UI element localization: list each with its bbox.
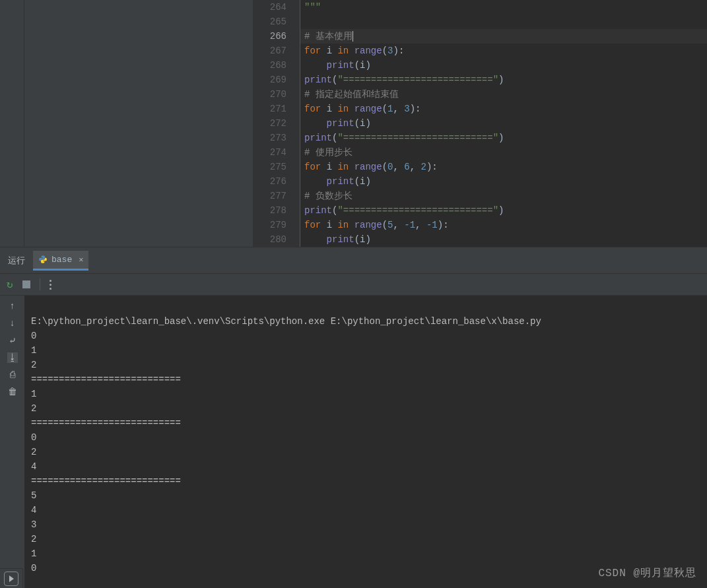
console-line: 2 — [31, 360, 36, 370]
code-string: "===========================" — [337, 133, 498, 143]
code-keyword: for — [304, 104, 321, 114]
line-number[interactable]: 268 — [253, 58, 286, 73]
console-line: 1 — [31, 548, 36, 559]
code-keyword: for — [304, 220, 321, 230]
run-toolbar: ↻ — [0, 273, 707, 296]
console-line: 0 — [31, 432, 36, 443]
line-number[interactable]: 271 — [253, 102, 286, 116]
bottom-left-bar — [0, 568, 23, 588]
more-icon[interactable] — [50, 280, 51, 290]
line-number[interactable]: 277 — [253, 189, 286, 203]
code-token: """ — [304, 2, 321, 13]
console-line: 4 — [31, 461, 36, 472]
code-var: i — [327, 162, 332, 172]
console-toolbar: ↑ ↓ ⤶ ⭳ ⎙ 🗑 — [0, 296, 24, 588]
console-line: 1 — [31, 345, 36, 356]
line-number-gutter[interactable]: 264 265 266 267 268 269 270 271 272 273 … — [253, 0, 300, 247]
code-builtin: range — [354, 162, 382, 172]
console-line: 0 — [31, 563, 36, 573]
line-number[interactable]: 278 — [253, 203, 286, 218]
line-number[interactable]: 267 — [253, 44, 286, 58]
soft-wrap-icon[interactable]: ⤶ — [7, 335, 18, 346]
code-var: i — [327, 220, 332, 230]
run-panel-title: 运行 — [8, 255, 25, 267]
line-number[interactable]: 264 — [253, 0, 286, 15]
tool-window-left-bar[interactable] — [0, 0, 24, 247]
console-line: 2 — [31, 447, 36, 457]
run-tabs: 运行 base ✕ — [0, 247, 707, 273]
console-line: 3 — [31, 519, 36, 530]
code-number: 5 — [387, 220, 393, 230]
code-args: (i) — [354, 176, 371, 187]
line-number[interactable]: 280 — [253, 232, 286, 247]
code-args: (i) — [354, 60, 371, 71]
run-tab-label: base — [51, 255, 72, 265]
console-line: 2 — [31, 534, 36, 544]
code-number: -1 — [404, 220, 415, 230]
line-number[interactable]: 270 — [253, 87, 286, 102]
line-number[interactable]: 269 — [253, 73, 286, 87]
code-builtin: range — [354, 104, 382, 114]
up-icon[interactable]: ↑ — [7, 301, 18, 311]
print-icon[interactable]: ⎙ — [7, 370, 18, 380]
code-var: i — [327, 104, 332, 114]
console-line: =========================== — [31, 418, 181, 428]
code-number: 2 — [421, 162, 426, 172]
code-builtin: print — [327, 176, 354, 187]
code-comment: # 使用步长 — [304, 147, 353, 158]
down-icon[interactable]: ↓ — [7, 318, 18, 329]
code-keyword: in — [337, 162, 349, 172]
console-output[interactable]: E:\python_project\learn_base\.venv\Scrip… — [24, 296, 707, 588]
code-keyword: in — [337, 46, 349, 56]
trash-icon[interactable]: 🗑 — [7, 387, 18, 397]
editor-area: 264 265 266 267 268 269 270 271 272 273 … — [0, 0, 707, 247]
scroll-to-end-icon[interactable]: ⭳ — [7, 352, 18, 363]
line-number[interactable]: 279 — [253, 218, 286, 232]
code-number: 0 — [387, 162, 393, 172]
close-icon[interactable]: ✕ — [79, 255, 83, 265]
line-number[interactable]: 266 — [253, 29, 286, 44]
project-panel[interactable] — [24, 0, 253, 247]
code-number: 3 — [387, 46, 393, 56]
code-keyword: for — [304, 46, 321, 56]
code-var: i — [327, 46, 332, 56]
line-number[interactable]: 273 — [253, 131, 286, 145]
console-line: =========================== — [31, 476, 181, 486]
code-builtin: print — [304, 205, 332, 216]
code-builtin: print — [327, 118, 354, 129]
code-comment: # 负数步长 — [304, 191, 353, 201]
run-tool-window: 运行 base ✕ ↻ ↑ ↓ ⤶ ⭳ ⎙ 🗑 — [0, 247, 707, 588]
stop-icon[interactable] — [22, 280, 30, 288]
code-editor[interactable]: 264 265 266 267 268 269 270 271 272 273 … — [253, 0, 707, 247]
code-comment: # 基本使用 — [304, 31, 353, 42]
line-number[interactable]: 274 — [253, 145, 286, 160]
watermark: CSDN @明月望秋思 — [598, 566, 696, 580]
console-line: 2 — [31, 403, 36, 414]
console-line: =========================== — [31, 374, 181, 385]
code-number: -1 — [426, 220, 438, 230]
code-string: "===========================" — [337, 205, 498, 216]
run-button[interactable] — [4, 572, 18, 586]
code-keyword: in — [337, 104, 349, 114]
code-content[interactable]: """ # 基本使用 for i in range(3): print(i) p… — [300, 0, 707, 247]
line-number[interactable]: 275 — [253, 160, 286, 174]
console-line: 0 — [31, 331, 36, 341]
code-builtin: print — [327, 234, 354, 245]
code-args: (i) — [354, 118, 371, 129]
code-keyword: in — [337, 220, 349, 230]
play-icon — [9, 575, 14, 582]
code-builtin: range — [354, 220, 382, 230]
line-number[interactable]: 276 — [253, 174, 286, 189]
code-number: 1 — [387, 104, 393, 114]
rerun-icon[interactable]: ↻ — [7, 278, 13, 291]
line-number[interactable]: 265 — [253, 15, 286, 29]
output-area: ↑ ↓ ⤶ ⭳ ⎙ 🗑 E:\python_project\learn_base… — [0, 296, 707, 588]
code-builtin: print — [304, 133, 332, 143]
code-args: (i) — [354, 234, 371, 245]
console-line: 5 — [31, 490, 36, 501]
code-number: 3 — [404, 104, 409, 114]
code-builtin: print — [327, 60, 354, 71]
console-command: E:\python_project\learn_base\.venv\Scrip… — [31, 316, 541, 327]
line-number[interactable]: 272 — [253, 116, 286, 131]
run-tab[interactable]: base ✕ — [33, 251, 88, 271]
